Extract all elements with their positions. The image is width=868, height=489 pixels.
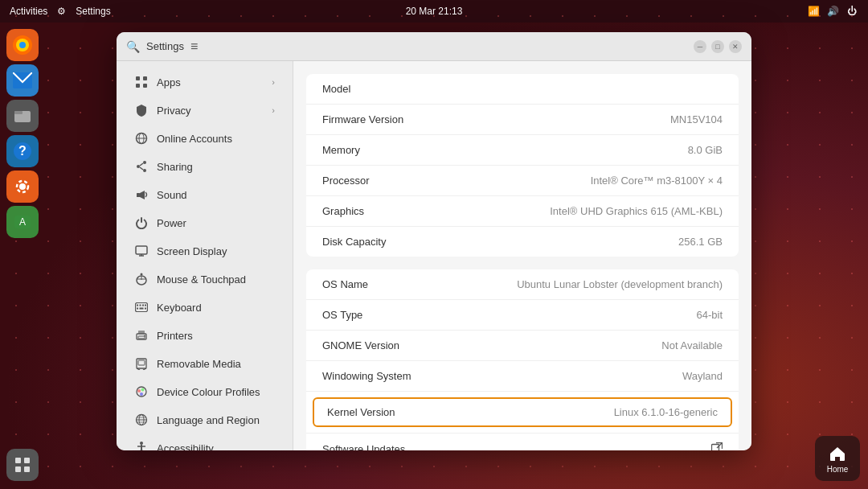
svg-rect-48 <box>138 336 145 339</box>
windowing-system-label: Windowing System <box>322 370 411 382</box>
power-icon: ⏻ <box>845 5 858 18</box>
activities-label[interactable]: Activities <box>10 6 47 17</box>
dock: ? A <box>0 23 45 489</box>
removable-media-icon <box>134 356 149 371</box>
svg-rect-31 <box>136 246 147 254</box>
processor-row: Processor Intel® Core™ m3-8100Y × 4 <box>306 166 739 196</box>
dock-bottom <box>6 449 39 481</box>
sidebar-item-language-region[interactable]: Language and Region <box>121 406 288 434</box>
maximize-button[interactable]: □ <box>711 40 724 53</box>
dock-mail[interactable] <box>6 64 39 97</box>
window-body: Apps › Privacy › Online Accounts <box>117 61 751 450</box>
sidebar-item-sound[interactable]: Sound <box>121 181 288 208</box>
os-type-label: OS Type <box>322 309 362 321</box>
software-section: OS Name Ubuntu Lunar Lobster (developmen… <box>306 269 739 450</box>
sidebar-item-keyboard[interactable]: Keyboard <box>121 294 288 321</box>
privacy-label: Privacy <box>157 105 191 117</box>
svg-point-56 <box>141 388 145 392</box>
svg-line-27 <box>140 163 143 166</box>
svg-rect-16 <box>24 466 30 472</box>
dock-help[interactable]: ? <box>6 135 39 167</box>
model-row: Model <box>306 74 739 105</box>
sidebar-item-online-accounts[interactable]: Online Accounts <box>121 125 288 152</box>
svg-line-70 <box>717 443 723 449</box>
online-accounts-icon <box>134 131 149 146</box>
memory-label: Memory <box>322 144 360 156</box>
settings-window-title: Settings <box>146 40 184 52</box>
svg-rect-15 <box>15 466 21 472</box>
power-label: Power <box>157 217 186 229</box>
svg-point-55 <box>137 389 141 392</box>
topbar-right: 📶 🔊 ⏻ <box>807 5 858 18</box>
software-updates-row[interactable]: Software Updates <box>306 434 739 450</box>
graphics-value: Intel® UHD Graphics 615 (AML-KBL) <box>550 205 723 217</box>
sidebar-item-power[interactable]: Power <box>121 209 288 236</box>
window-titlebar: 🔍 Settings ≡ ─ □ ✕ <box>117 32 751 61</box>
screen-display-label: Screen Display <box>157 245 227 257</box>
dock-settings[interactable] <box>6 171 39 203</box>
settings-topbar-label[interactable]: Settings <box>76 6 110 17</box>
firmware-row: Firmware Version MN15V104 <box>306 105 739 135</box>
sidebar-item-mouse-touchpad[interactable]: Mouse & Touchpad <box>121 265 288 293</box>
settings-window: 🔍 Settings ≡ ─ □ ✕ Apps › Privac <box>117 32 751 450</box>
sound-label: Sound <box>157 189 187 201</box>
dock-firefox[interactable] <box>6 29 39 61</box>
graphics-row: Graphics Intel® UHD Graphics 615 (AML-KB… <box>306 196 739 227</box>
svg-rect-17 <box>136 76 140 80</box>
gnome-version-row: GNOME Version Not Available <box>306 331 739 361</box>
keyboard-label: Keyboard <box>157 302 202 314</box>
sidebar-item-privacy[interactable]: Privacy › <box>121 97 288 124</box>
svg-marker-30 <box>140 191 145 199</box>
firmware-value: MN15V104 <box>670 113 723 125</box>
svg-rect-51 <box>138 360 145 365</box>
device-colour-profiles-icon <box>134 384 149 399</box>
home-button[interactable]: Home <box>815 436 860 481</box>
privacy-icon <box>134 103 149 117</box>
sidebar-item-removable-media[interactable]: Removable Media <box>121 350 288 377</box>
mouse-icon <box>134 272 149 286</box>
os-type-row: OS Type 64-bit <box>306 300 739 331</box>
processor-label: Processor <box>322 175 370 187</box>
device-colour-profiles-label: Device Colour Profiles <box>157 386 260 398</box>
topbar-left: Activities ⚙ Settings <box>10 6 111 17</box>
menu-button[interactable]: ≡ <box>190 39 198 54</box>
windowing-system-row: Windowing System Wayland <box>306 361 739 392</box>
memory-row: Memory 8.0 GiB <box>306 135 739 166</box>
svg-rect-40 <box>140 305 141 306</box>
svg-point-2 <box>19 42 26 48</box>
sidebar-item-sharing[interactable]: Sharing <box>121 153 288 180</box>
minimize-button[interactable]: ─ <box>694 40 706 53</box>
apps-label: Apps <box>157 76 181 88</box>
sharing-icon <box>134 159 149 174</box>
svg-point-9 <box>19 183 26 190</box>
sidebar-item-apps[interactable]: Apps › <box>121 68 288 96</box>
search-button[interactable]: 🔍 <box>126 40 140 53</box>
model-label: Model <box>322 83 350 95</box>
sidebar-item-device-colour-profiles[interactable]: Device Colour Profiles <box>121 378 288 405</box>
os-name-label: OS Name <box>322 278 368 290</box>
svg-rect-29 <box>137 193 140 197</box>
sidebar-item-printers[interactable]: Printers <box>121 322 288 349</box>
svg-rect-47 <box>138 331 145 334</box>
svg-line-28 <box>140 167 143 170</box>
svg-point-37 <box>141 273 143 276</box>
dock-files[interactable] <box>6 100 39 132</box>
memory-value: 8.0 GiB <box>688 144 723 156</box>
kernel-row-wrapper: Kernel Version Linux 6.1.0-16-generic <box>306 392 739 434</box>
svg-point-63 <box>140 442 143 445</box>
hardware-section: Model Firmware Version MN15V104 Memory 8… <box>306 74 739 257</box>
screen-display-icon <box>134 244 149 258</box>
dock-software[interactable]: A <box>6 206 39 238</box>
disk-capacity-label: Disk Capacity <box>322 236 386 248</box>
svg-rect-39 <box>137 305 138 306</box>
dock-apps[interactable] <box>6 449 39 481</box>
external-link-icon <box>711 442 723 450</box>
close-button[interactable]: ✕ <box>729 40 742 53</box>
sidebar-item-accessibility[interactable]: Accessibility <box>121 434 288 450</box>
main-content: Model Firmware Version MN15V104 Memory 8… <box>293 61 751 450</box>
keyboard-icon <box>134 300 149 314</box>
software-updates-label: Software Updates <box>322 443 405 450</box>
os-type-value: 64-bit <box>696 309 723 321</box>
sidebar-item-screen-display[interactable]: Screen Display <box>121 237 288 265</box>
svg-rect-14 <box>24 458 30 463</box>
